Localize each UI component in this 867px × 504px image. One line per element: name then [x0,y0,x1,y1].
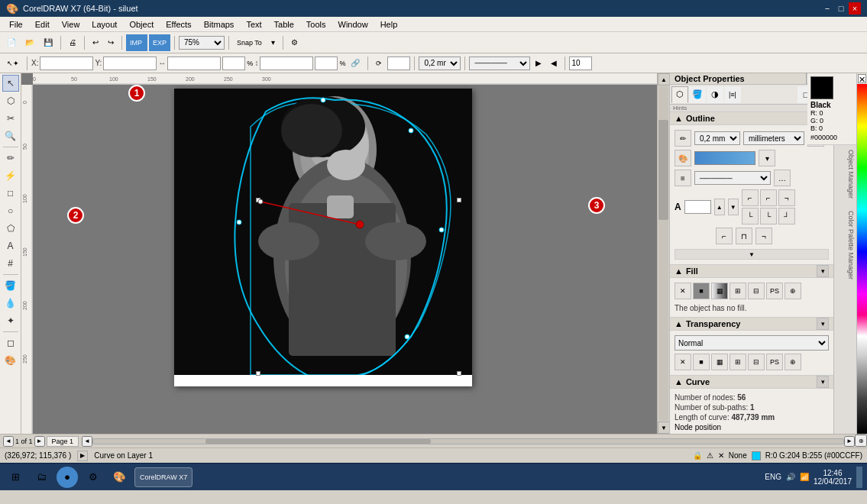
vertical-scrollbar[interactable]: ▲ ▼ [657,73,669,434]
angle-button[interactable]: ⟳ [372,55,386,72]
hscroll-thumb[interactable] [205,439,431,444]
trans-texture-btn[interactable]: ⊟ [748,354,765,370]
vscroll-thumb[interactable] [658,120,668,220]
node-size-input[interactable] [569,57,592,70]
corner-bm[interactable]: └ [760,208,777,225]
fill-options-button[interactable]: ▾ [817,265,829,277]
lock-icon[interactable]: 🔒 [693,451,702,460]
extra-btn2[interactable]: ⊓ [736,228,752,244]
hscroll-right[interactable]: ► [844,436,855,447]
trans-gradient-btn[interactable]: ▦ [711,354,728,370]
select-tool[interactable]: ↖ [2,75,19,92]
transparency-section-header[interactable]: ▲ Transparency ▾ [670,318,833,331]
corner-tl[interactable]: ⌐ [742,189,759,206]
corner-tm[interactable]: ⌐ [760,189,777,206]
outline-size-input[interactable]: 5,0 [684,200,711,214]
taskbar-app4[interactable]: 🎨 [108,467,130,488]
page-next-btn[interactable]: ► [34,436,45,447]
menu-view[interactable]: View [56,18,86,31]
corner-tr[interactable]: ¬ [778,189,795,206]
extra-btn3[interactable]: ¬ [755,228,772,244]
show-desktop-btn[interactable] [856,467,862,488]
outline-style-icon[interactable]: ≡ [675,170,691,186]
trans-ps-btn[interactable]: PS [766,354,783,370]
trans-pattern-btn[interactable]: ⊞ [730,354,746,370]
y-coord-input[interactable]: 92,029 mm [103,57,157,70]
node-handle-1[interactable] [256,198,260,202]
shape-tool-options[interactable]: ↖✦ [3,55,23,72]
image-object[interactable] [174,89,472,375]
outline-color-swatch[interactable] [694,151,755,165]
menu-file[interactable]: File [3,18,29,31]
menu-window[interactable]: Window [332,18,374,31]
node-tool[interactable]: ⬡ [2,92,19,109]
new-button[interactable]: 📄 [3,34,20,51]
menu-layout[interactable]: Layout [86,18,123,31]
snap-button[interactable]: Snap To [233,34,266,51]
color-gradient-strip[interactable] [857,84,867,434]
interactive-tool[interactable]: ✦ [2,312,19,329]
outline-size-up[interactable]: ▲ [714,199,725,215]
page-tab[interactable]: Page 1 [47,436,79,447]
tab-fill[interactable]: 🪣 [689,86,706,103]
angle-input[interactable]: 0,0 [387,57,410,70]
transparency-mode-select[interactable]: Normal [675,335,829,351]
menu-table[interactable]: Table [268,18,300,31]
taskbar-app3[interactable]: ⚙ [82,467,104,488]
menu-help[interactable]: Help [374,18,404,31]
menu-text[interactable]: Text [240,18,267,31]
outline-width-select[interactable]: 0,2 mm [694,131,740,145]
outline-expand-btn[interactable]: ▼ [675,249,829,260]
canvas-inner[interactable]: 2 [33,85,657,434]
hscroll-area[interactable]: ◄ ► [82,435,855,447]
open-button[interactable]: 📂 [21,34,38,51]
taskbar-explorer[interactable]: 🗂 [31,467,52,488]
corner-br[interactable]: ┘ [778,208,795,225]
zoom-select[interactable]: 75% [179,36,225,50]
transparency-options-button[interactable]: ▾ [817,318,829,330]
snap-arrow[interactable]: ▾ [267,34,279,51]
redo-button[interactable]: ↪ [104,34,118,51]
hscroll-track[interactable] [92,438,844,444]
object-manager-tab[interactable]: Object Manager [834,145,856,203]
corner-bl[interactable]: └ [742,208,759,225]
vscroll-track[interactable] [658,86,668,421]
export-button[interactable]: EXP [149,34,170,51]
color-palette-manager-tab[interactable]: Color Palette Manager [834,206,856,284]
vscroll-up[interactable]: ▲ [658,73,669,86]
node-handle-2[interactable] [457,198,461,202]
outline-color-options[interactable]: ▾ [759,150,775,166]
eyedropper-tool[interactable]: 💧 [2,295,19,312]
color-palette-strip[interactable]: ✕ [856,73,867,434]
zoom-tool[interactable]: 🔍 [2,128,19,144]
print-button[interactable]: 🖨 [65,34,80,51]
curve-section-header[interactable]: ▲ Curve ▾ [670,376,833,389]
line-end-btn[interactable]: ◀ [547,55,561,72]
tab-outline[interactable]: ⬡ [671,86,688,103]
fill-texture-btn[interactable]: ⊟ [748,283,765,299]
freehand-tool[interactable]: ✏ [2,150,19,166]
canvas-area[interactable]: 0 50 100 150 200 250 300 0 50 100 [21,73,657,434]
minimize-button[interactable]: − [821,2,833,15]
h-input[interactable]: 155,845 mm [260,57,313,70]
w-input[interactable]: 104,198 mm [167,57,221,70]
tab-transparency[interactable]: ◑ [707,86,723,103]
menu-edit[interactable]: Edit [29,18,56,31]
menu-bitmaps[interactable]: Bitmaps [198,18,241,31]
fill-pattern-btn[interactable]: ⊞ [730,283,746,299]
fill-solid-btn[interactable]: ■ [693,283,710,299]
save-button[interactable]: 💾 [40,34,57,51]
w-pct-input[interactable]: 100,0 [222,57,245,70]
fill-none-btn[interactable]: ✕ [675,283,691,299]
node-handle-4[interactable] [457,371,461,376]
line-style-select[interactable]: ────── [469,57,530,70]
color-none[interactable]: ✕ [858,74,866,83]
import-button[interactable]: IMP [126,34,147,51]
outline-color-icon[interactable]: 🎨 [675,150,691,166]
linewidth-select[interactable]: 0,2 mm [419,57,461,70]
crop-tool[interactable]: ✂ [2,110,19,127]
curve-options-button[interactable]: ▾ [817,376,829,388]
fill-gradient-btn[interactable]: ▦ [711,283,728,299]
fill-mesh-btn[interactable]: ⊕ [785,283,801,299]
status-icon-btn[interactable]: ▶ [77,451,88,461]
